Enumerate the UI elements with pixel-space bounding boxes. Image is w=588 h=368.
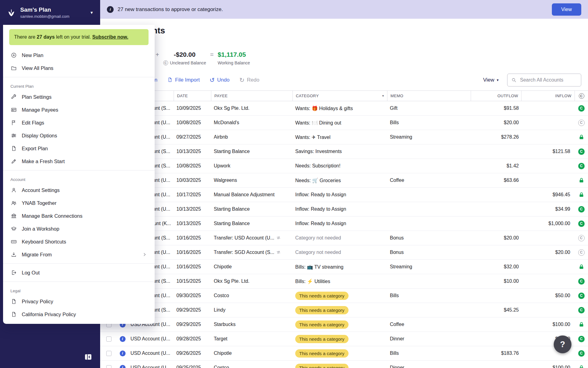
reconciled-lock-icon[interactable] (579, 178, 584, 183)
row-checkbox[interactable] (106, 351, 111, 356)
reconciled-lock-icon[interactable] (579, 264, 584, 270)
cleared-status-icon[interactable]: C (578, 350, 585, 357)
chevron-right-icon (142, 252, 147, 257)
reconciled-lock-icon[interactable] (579, 365, 584, 368)
cleared-status-icon[interactable]: C (578, 105, 585, 112)
payee-text: Okx Sg Pte. Ltd. (214, 105, 250, 111)
cleared-status-icon[interactable]: C (578, 206, 585, 213)
needs-category-badge[interactable]: This needs a category (295, 292, 349, 300)
cleared-status-icon[interactable]: C (578, 220, 585, 227)
cleared-status-icon[interactable]: C (578, 163, 585, 169)
cell-status (575, 134, 588, 140)
transaction-row[interactable]: iUSD Account (U...10/03/2025WalgreensNee… (100, 173, 588, 188)
needs-category-badge[interactable]: This needs a category (295, 349, 349, 358)
menu-item-keyboard-shortcuts[interactable]: Keyboard Shortcuts (3, 235, 155, 248)
transaction-row[interactable]: iSGD Account (S...10/15/2025Okx Sg Pte. … (100, 274, 588, 289)
reconciled-lock-icon[interactable] (579, 192, 584, 198)
menu-item-manage-payees[interactable]: Manage Payees (3, 103, 155, 116)
menu-item-california-privacy-policy[interactable]: California Privacy Policy (3, 308, 155, 321)
collapse-sidebar-button[interactable] (84, 353, 92, 361)
transaction-row[interactable]: iSGD Account (S...09/29/2025LindyThis ne… (100, 303, 588, 317)
cleared-status-icon[interactable]: C (578, 148, 585, 155)
transaction-row[interactable]: iUSD Account (U...10/13/2025Starting Bal… (100, 202, 588, 217)
view-transactions-button[interactable]: View (552, 3, 581, 16)
cell-payee: Okx Sg Pte. Ltd. (211, 278, 292, 284)
cleared-status-icon[interactable]: C (578, 278, 585, 285)
header-date[interactable]: DATE (174, 91, 211, 101)
cell-memo: Coffee (387, 322, 471, 327)
reconciled-lock-icon[interactable] (579, 322, 584, 328)
transaction-row[interactable]: iUSD Account (U...10/08/2025McDonald'sWa… (100, 116, 588, 130)
menu-item-view-all-plans[interactable]: View All Plans (3, 62, 155, 75)
view-dropdown[interactable]: View ▾ (483, 77, 499, 83)
header-category[interactable]: CATEGORY ▾ (292, 91, 387, 101)
transaction-row[interactable]: iUSD Account (U...09/30/2025CostcoThis n… (100, 289, 588, 303)
header-status[interactable]: C (575, 91, 588, 101)
cell-category: Needs: 🛒 Groceries (292, 178, 387, 183)
menu-item-your-privacy-choices[interactable]: Your Privacy Choices (3, 321, 155, 324)
menu-item-ynab-together[interactable]: YNAB Together (3, 197, 155, 209)
transaction-row[interactable]: iUSD Account (U...10/17/2025Manual Balan… (100, 188, 588, 202)
needs-category-badge[interactable]: This needs a category (295, 306, 349, 314)
menu-item-manage-bank-connections[interactable]: Manage Bank Connections (3, 209, 155, 222)
needs-category-badge[interactable]: This needs a category (295, 364, 349, 368)
transaction-row[interactable]: iUSD Account (U...10/16/2025ChipotleBill… (100, 260, 588, 274)
uncleared-status-icon[interactable]: C (578, 249, 585, 256)
transaction-row[interactable]: iUSD Account (U...10/16/2025Transfer: SG… (100, 245, 588, 260)
undo-button[interactable]: ↺ Undo (209, 77, 229, 83)
info-icon[interactable]: i (120, 336, 126, 342)
menu-item-join-a-workshop[interactable]: Join a Workshop (3, 222, 155, 235)
needs-category-badge[interactable]: This needs a category (295, 335, 349, 343)
transaction-row[interactable]: iSGD Account (S...10/13/2025Starting Bal… (100, 144, 588, 159)
cleared-status-icon[interactable]: C (578, 307, 585, 313)
transaction-row[interactable]: iUSD Account (U...09/26/2025ChipotleThis… (100, 346, 588, 361)
search-input[interactable] (519, 77, 577, 83)
info-icon[interactable]: i (120, 365, 126, 368)
cell-outflow: $32.00 (471, 264, 521, 270)
header-inflow[interactable]: INFLOW (521, 91, 575, 101)
transaction-row[interactable]: iKRW Account (K...10/13/2025Starting Bal… (100, 217, 588, 231)
info-icon[interactable]: i (120, 351, 126, 356)
header-outflow[interactable]: OUTFLOW (471, 91, 521, 101)
transaction-row[interactable]: iUSD Account (U...09/27/2025AirbnbWants:… (100, 130, 588, 144)
menu-item-edit-flags[interactable]: Edit Flags (3, 116, 155, 129)
transaction-row[interactable]: iSGD Account (S...10/16/2025Transfer: US… (100, 231, 588, 245)
redo-button[interactable]: ↻ Redo (239, 77, 259, 83)
help-button[interactable]: ? (554, 335, 571, 353)
category-filter-caret-icon[interactable]: ▾ (382, 94, 384, 98)
cell-date: 10/03/2025 (174, 178, 211, 183)
cell-info: i (117, 336, 128, 342)
cleared-status-icon[interactable]: C (578, 293, 585, 299)
menu-item-make-a-fresh-start[interactable]: Make a Fresh Start (3, 155, 155, 168)
plan-menu-toggle[interactable]: Sam's Plan samlee.mobbin@gmail.com ▾ (0, 0, 100, 25)
menu-item-display-options[interactable]: Display Options (3, 129, 155, 142)
header-memo[interactable]: MEMO (387, 91, 471, 101)
menu-item-migrate-from[interactable]: Migrate From (3, 248, 155, 261)
menu-item-new-plan[interactable]: New Plan (3, 49, 155, 62)
transaction-row[interactable]: iUSD Account (U...09/28/2025TargetThis n… (100, 332, 588, 346)
transaction-row[interactable]: iUSD Account (U...09/29/2025StarbucksThi… (100, 317, 588, 332)
menu-item-log-out[interactable]: Log Out (3, 266, 155, 279)
cell-date: 10/15/2025 (174, 278, 211, 284)
subscribe-now-link[interactable]: Subscribe now. (92, 34, 128, 40)
menu-divider (3, 282, 155, 282)
transaction-row[interactable]: iUSD Account (U...09/25/2025CostcoThis n… (100, 361, 588, 368)
row-checkbox[interactable] (106, 365, 111, 368)
cell-memo: Bills (387, 120, 471, 125)
menu-item-export-plan[interactable]: Export Plan (3, 142, 155, 155)
cell-memo: Bonus (387, 235, 471, 241)
uncleared-status-icon[interactable]: C (578, 120, 585, 126)
needs-category-badge[interactable]: This needs a category (295, 320, 349, 329)
search-box[interactable] (507, 74, 581, 86)
row-checkbox[interactable] (106, 336, 111, 342)
cleared-status-icon[interactable]: C (578, 336, 585, 342)
menu-item-privacy-policy[interactable]: Privacy Policy (3, 295, 155, 308)
reconciled-lock-icon[interactable] (579, 134, 584, 140)
file-import-button[interactable]: File Import (167, 77, 200, 83)
menu-item-plan-settings[interactable]: Plan Settings (3, 90, 155, 103)
transaction-row[interactable]: iSGD Account (S...10/08/2025UpworkNeeds:… (100, 159, 588, 173)
menu-item-account-settings[interactable]: Account Settings (3, 184, 155, 197)
transaction-row[interactable]: iSGD Account (S...10/09/2025Okx Sg Pte. … (100, 101, 588, 116)
header-payee[interactable]: PAYEE (211, 91, 292, 101)
uncleared-status-icon[interactable]: C (578, 235, 585, 241)
